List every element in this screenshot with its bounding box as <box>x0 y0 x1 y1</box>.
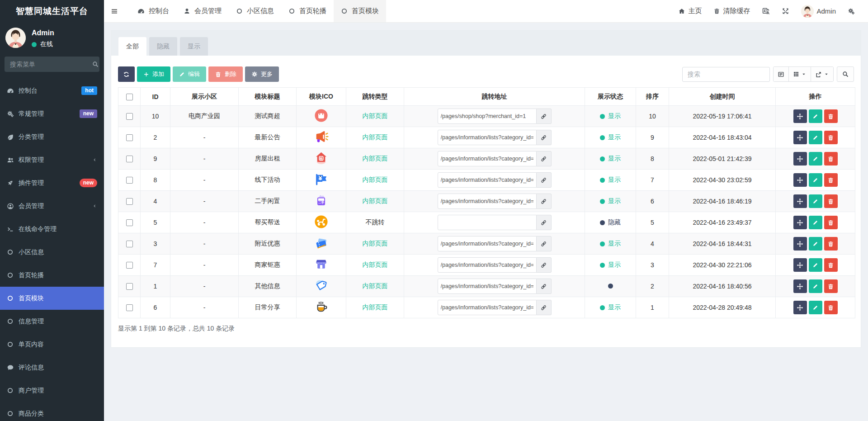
url-link-button[interactable] <box>537 194 552 209</box>
sidebar-item[interactable]: 小区信息 <box>0 241 104 264</box>
row-checkbox[interactable] <box>126 283 133 290</box>
row-checkbox[interactable] <box>126 241 133 247</box>
jump-type-link[interactable]: 内部页面 <box>363 303 388 311</box>
url-input[interactable] <box>438 215 537 230</box>
sidebar-item[interactable]: 权限管理 <box>0 148 104 171</box>
topbar-tab[interactable]: 首页轮播 <box>281 0 334 22</box>
row-edit-button[interactable] <box>809 152 822 166</box>
sidebar-item[interactable]: 单页内容 <box>0 333 104 356</box>
row-edit-button[interactable] <box>809 258 822 272</box>
jump-type-link[interactable]: 内部页面 <box>363 133 388 141</box>
row-checkbox[interactable] <box>126 134 133 141</box>
row-edit-button[interactable] <box>809 194 822 208</box>
row-checkbox[interactable] <box>126 262 133 269</box>
row-edit-button[interactable] <box>809 109 822 123</box>
url-link-button[interactable] <box>537 279 552 294</box>
row-edit-button[interactable] <box>809 237 822 251</box>
row-checkbox[interactable] <box>126 219 133 226</box>
sidebar-item[interactable]: 首页轮播 <box>0 264 104 287</box>
sidebar-item[interactable]: 控制台hot <box>0 79 104 102</box>
url-input[interactable] <box>438 279 537 294</box>
row-edit-button[interactable] <box>809 216 822 229</box>
url-link-button[interactable] <box>537 172 552 188</box>
row-checkbox[interactable] <box>126 156 133 162</box>
url-link-button[interactable] <box>537 236 552 251</box>
sidebar-item[interactable]: 插件管理new <box>0 171 104 194</box>
url-link-button[interactable] <box>537 151 552 166</box>
topbar-tab[interactable]: 小区信息 <box>229 0 281 22</box>
url-input[interactable] <box>438 257 537 273</box>
drag-sort-button[interactable] <box>793 258 807 272</box>
search-icon[interactable] <box>92 61 99 68</box>
row-delete-button[interactable] <box>824 216 838 229</box>
row-delete-button[interactable] <box>824 131 838 144</box>
sidebar-item[interactable]: 信息管理 <box>0 310 104 333</box>
url-link-button[interactable] <box>537 257 552 273</box>
sidebar-item[interactable]: 商品分类 <box>0 402 104 421</box>
refresh-button[interactable] <box>118 66 135 82</box>
row-delete-button[interactable] <box>824 194 838 208</box>
select-all-checkbox[interactable] <box>126 94 133 100</box>
settings-button[interactable] <box>842 0 861 23</box>
url-input[interactable] <box>438 236 537 251</box>
table-search-input[interactable] <box>682 67 770 82</box>
row-edit-button[interactable] <box>809 279 822 293</box>
detail-view-button[interactable] <box>774 67 789 81</box>
url-input[interactable] <box>438 300 537 315</box>
jump-type-link[interactable]: 内部页面 <box>363 240 388 247</box>
jump-type-link[interactable]: 内部页面 <box>363 197 388 204</box>
row-checkbox[interactable] <box>126 304 133 311</box>
drag-sort-button[interactable] <box>793 109 807 123</box>
sidebar-item[interactable]: 在线命令管理 <box>0 218 104 241</box>
row-delete-button[interactable] <box>824 237 838 251</box>
fullscreen-button[interactable] <box>776 0 795 23</box>
drag-sort-button[interactable] <box>793 237 807 251</box>
jump-type-link[interactable]: 内部页面 <box>363 112 388 119</box>
jump-type-link[interactable]: 内部页面 <box>363 155 388 162</box>
url-input[interactable] <box>438 194 537 209</box>
row-checkbox[interactable] <box>126 113 133 120</box>
row-edit-button[interactable] <box>809 301 822 314</box>
drag-sort-button[interactable] <box>793 173 807 187</box>
sidebar-item[interactable]: 评论信息 <box>0 356 104 379</box>
sidebar-item[interactable]: 常规管理new <box>0 102 104 125</box>
jump-type-link[interactable]: 内部页面 <box>363 261 388 268</box>
home-button[interactable]: 主页 <box>672 0 708 23</box>
drag-sort-button[interactable] <box>793 301 807 314</box>
more-button[interactable]: 更多 <box>245 66 279 82</box>
language-button[interactable] <box>756 0 776 23</box>
add-button[interactable]: 添加 <box>137 66 170 82</box>
url-input[interactable] <box>438 130 537 145</box>
row-delete-button[interactable] <box>824 152 838 166</box>
columns-button[interactable] <box>789 67 811 81</box>
sidebar-item[interactable]: 会员管理 <box>0 194 104 218</box>
url-link-button[interactable] <box>537 300 552 315</box>
row-delete-button[interactable] <box>824 258 838 272</box>
row-delete-button[interactable] <box>824 301 838 314</box>
url-input[interactable] <box>438 109 537 124</box>
row-delete-button[interactable] <box>824 109 838 123</box>
sidebar-item[interactable]: 分类管理 <box>0 125 104 148</box>
url-input[interactable] <box>438 172 537 188</box>
jump-type-link[interactable]: 内部页面 <box>363 176 388 183</box>
admin-menu[interactable]: Admin <box>795 0 842 23</box>
toggle-search-button[interactable] <box>837 66 854 82</box>
url-input[interactable] <box>438 151 537 166</box>
sidebar-item[interactable]: 商户管理 <box>0 379 104 402</box>
filter-tab[interactable]: 隐藏 <box>149 37 177 56</box>
sidebar-toggle-button[interactable] <box>104 0 124 22</box>
filter-tab[interactable]: 显示 <box>180 37 208 56</box>
topbar-tab[interactable]: 会员管理 <box>176 0 229 22</box>
row-edit-button[interactable] <box>809 173 822 187</box>
url-link-button[interactable] <box>537 130 552 145</box>
row-delete-button[interactable] <box>824 279 838 293</box>
url-link-button[interactable] <box>537 215 552 230</box>
clear-cache-button[interactable]: 清除缓存 <box>708 0 756 23</box>
export-button[interactable] <box>811 67 833 81</box>
row-checkbox[interactable] <box>126 198 133 205</box>
filter-tab[interactable]: 全部 <box>118 37 146 56</box>
sidebar-search-input[interactable] <box>10 61 92 68</box>
edit-button[interactable]: 编辑 <box>173 66 206 82</box>
row-checkbox[interactable] <box>126 177 133 184</box>
drag-sort-button[interactable] <box>793 194 807 208</box>
